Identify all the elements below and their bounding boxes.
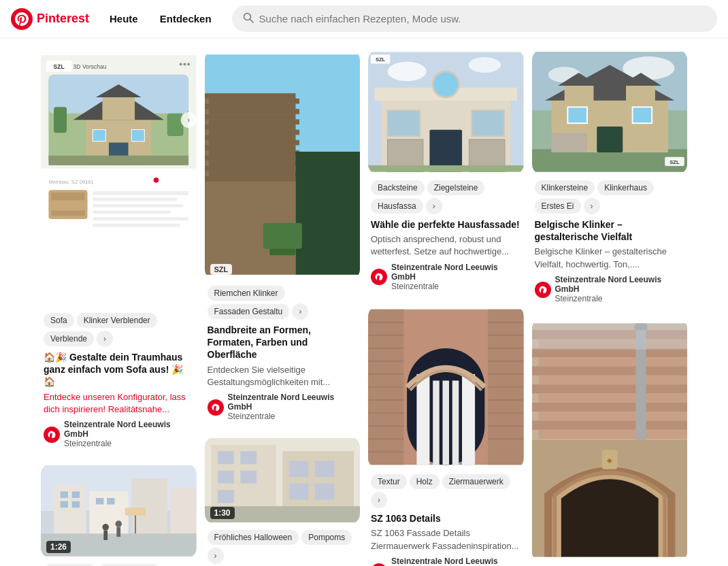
svg-rect-152 <box>567 107 587 123</box>
svg-rect-28 <box>51 201 85 209</box>
pin-body: Riemchen Klinker Fassaden Gestaltu › Ban… <box>205 280 361 425</box>
source-sub: Steinzentrale <box>555 294 685 305</box>
pin-card[interactable]: SZL Backsteine Ziegelsteine Hausfassa › … <box>368 49 524 295</box>
pin-tags: Fröhliches Halloween Pompoms › <box>208 530 358 564</box>
svg-text:◆: ◆ <box>607 457 612 465</box>
pin-source: Steinzentrale Nord Leeuwis GmbH Steinzen… <box>371 556 521 566</box>
svg-rect-111 <box>416 374 429 465</box>
svg-rect-55 <box>125 507 146 515</box>
video-duration-badge: 1:26 <box>46 541 71 553</box>
tags-more-icon[interactable]: › <box>584 198 600 214</box>
svg-rect-91 <box>314 483 334 499</box>
svg-text:SZL: SZL <box>376 56 386 63</box>
svg-rect-102 <box>471 110 504 136</box>
pin-tag[interactable]: Klinker Verblender <box>77 313 157 328</box>
svg-rect-173 <box>532 324 688 350</box>
svg-rect-45 <box>61 501 68 507</box>
pin-tag[interactable]: Textur <box>371 474 407 489</box>
svg-rect-46 <box>72 501 80 507</box>
pin-tag[interactable]: Verblende <box>44 331 94 346</box>
svg-rect-67 <box>208 140 299 146</box>
pin-tag[interactable]: Pompoms <box>301 530 352 545</box>
pin-body: Amigurumi Tuto Couture Pompo › Steinzent… <box>41 559 197 566</box>
svg-rect-163 <box>538 376 687 384</box>
pin-body: Textur Holz Ziermauerwerk › SZ 1063 Deta… <box>368 469 524 566</box>
pin-image-wrapper: SZL <box>532 49 688 175</box>
tags-more-icon[interactable]: › <box>292 303 308 320</box>
pin-tag[interactable]: Erstes Ei <box>535 199 581 214</box>
search-icon <box>243 12 254 25</box>
pin-tag[interactable]: Fröhliches Halloween <box>208 530 299 545</box>
pin-card[interactable]: ◆ Brick In The Wall Ziermauerwerk › <box>532 318 688 566</box>
pin-title: Wähle die perfekte Hausfassade! <box>371 218 521 231</box>
svg-rect-90 <box>288 483 308 499</box>
pin-tags: Riemchen Klinker Fassaden Gestaltu › <box>208 286 358 320</box>
pin-card[interactable]: SZL Klinkersteine Klinkerhaus Erstes Ei … <box>532 49 688 307</box>
pin-tag[interactable]: Ziegelsteine <box>427 180 485 195</box>
pinterest-logo[interactable]: Pinterest <box>11 8 89 30</box>
pin-desc: Belgische Klinker – gestalterische Vielf… <box>535 246 685 270</box>
pin-tag[interactable]: Fassaden Gestaltu <box>208 304 290 319</box>
tags-more-icon[interactable]: › <box>208 548 224 564</box>
nav-heute[interactable]: Heute <box>100 7 148 30</box>
pin-desc: Entdecken Sie vielseitige Gestaltungsmög… <box>208 364 358 388</box>
svg-rect-47 <box>96 497 103 504</box>
svg-rect-17 <box>93 130 105 142</box>
svg-rect-151 <box>551 133 586 152</box>
pin-tag[interactable]: Klinkerhaus <box>597 180 654 195</box>
pin-tag[interactable]: Sofa <box>44 313 74 328</box>
svg-rect-30 <box>93 191 188 195</box>
pin-card[interactable]: SZL SZL Riemchen Klinker Fassaden Gestal… <box>205 49 361 425</box>
pin-tag[interactable]: Backsteine <box>371 180 425 195</box>
tags-more-icon[interactable]: › <box>97 331 113 347</box>
source-name: Steinzentrale Nord Leeuwis GmbH <box>391 263 521 282</box>
pin-card[interactable]: SZL 3D Vorschau <box>41 49 197 452</box>
search-input[interactable] <box>259 13 706 24</box>
svg-rect-60 <box>205 104 295 110</box>
svg-rect-61 <box>208 109 299 114</box>
svg-rect-64 <box>205 124 295 130</box>
pin-title: 🏠🎉 Gestalte dein Traumhaus ganz einfach … <box>44 351 194 388</box>
source-sub: Steinzentrale <box>391 282 521 293</box>
pin-tag[interactable]: Amigurumi <box>44 564 96 566</box>
pin-image-brick-modern: SZL <box>205 49 361 280</box>
svg-rect-53 <box>116 527 120 536</box>
pin-title: Belgische Klinker – gestalterische Vielf… <box>535 218 685 243</box>
svg-rect-68 <box>205 145 295 150</box>
pin-image-wrapper: SZL SZL <box>205 49 361 280</box>
pin-body: Klinkersteine Klinkerhaus Erstes Ei › Be… <box>532 175 688 307</box>
svg-rect-18 <box>131 130 144 142</box>
pin-tag[interactable]: Ziermauerwerk <box>442 474 510 489</box>
pin-card[interactable]: 1:26 Amigurumi Tuto Couture Pompo › Stei… <box>41 463 197 566</box>
pin-card[interactable]: 1:30 Fröhliches Halloween Pompoms › Stei… <box>205 436 361 566</box>
svg-rect-89 <box>314 461 334 477</box>
svg-text:SZL: SZL <box>54 63 65 70</box>
svg-text:Meinbau: SZ 06181: Meinbau: SZ 06181 <box>48 179 93 185</box>
source-name: Steinzentrale Nord Leeuwis GmbH <box>228 393 358 412</box>
svg-point-94 <box>388 62 427 82</box>
pin-tag[interactable]: Tuto Couture <box>99 564 160 566</box>
source-avatar <box>371 269 387 285</box>
svg-rect-165 <box>538 394 687 403</box>
svg-rect-12 <box>54 107 67 133</box>
pin-tag[interactable]: Holz <box>410 474 440 489</box>
video-duration-badge: 1:30 <box>210 507 235 519</box>
pin-image-wrapper: SZL <box>368 49 524 175</box>
svg-rect-83 <box>218 451 234 464</box>
svg-rect-13 <box>167 114 184 136</box>
svg-rect-29 <box>51 211 85 216</box>
search-bar <box>232 5 717 32</box>
nav-entdecken[interactable]: Entdecken <box>150 7 221 30</box>
svg-rect-62 <box>205 114 295 120</box>
svg-text:SZL: SZL <box>669 159 680 165</box>
pin-card[interactable]: Textur Holz Ziermauerwerk › SZ 1063 Deta… <box>368 305 524 566</box>
tags-more-icon[interactable]: › <box>371 492 387 508</box>
svg-rect-19 <box>102 97 135 120</box>
pin-tag[interactable]: Hausfassa <box>371 199 423 214</box>
pin-tag[interactable]: Klinkersteine <box>535 180 595 195</box>
pin-image-brick-detail <box>368 305 524 469</box>
pin-tags: Amigurumi Tuto Couture Pompo › <box>44 564 194 566</box>
pin-tag[interactable]: Riemchen Klinker <box>208 286 285 301</box>
tags-more-icon[interactable]: › <box>426 198 442 214</box>
svg-rect-27 <box>51 193 85 200</box>
